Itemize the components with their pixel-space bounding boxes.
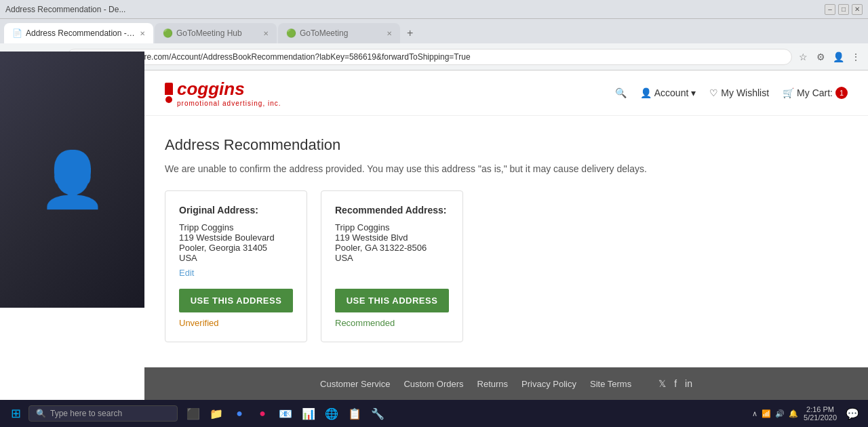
page-body: Address Recommendation We are unable to … (144, 116, 868, 363)
footer-social: 𝕏 f in (658, 378, 692, 389)
taskbar-search-box[interactable]: 🔍 Type here to search (28, 405, 178, 422)
wishlist-label: My Wishlist (721, 87, 769, 98)
cart-nav-item[interactable]: 🛒 My Cart: 1 (783, 87, 848, 99)
minimize-button[interactable]: – (825, 4, 835, 15)
icon-5[interactable]: ● (252, 403, 273, 424)
tab-title-1: Address Recommendation - De... (26, 28, 136, 38)
tab-gotomeeting[interactable]: 🟢 GoToMeeting ✕ (278, 23, 400, 43)
recommended-card-country: USA (335, 253, 449, 263)
recommended-card-street: 119 Westside Blvd (335, 232, 449, 243)
recommended-use-address-button[interactable]: USE THIS ADDRESS (335, 289, 449, 312)
chrome-icon[interactable]: ● (229, 403, 250, 424)
search-nav-item[interactable]: 🔍 (615, 87, 627, 98)
site-footer: Customer Service Custom Orders Returns P… (144, 367, 868, 400)
original-card-actions: USE THIS ADDRESS Unverified (179, 278, 293, 328)
tab-gotomeeting-hub[interactable]: 🟢 GoToMeeting Hub ✕ (155, 23, 277, 43)
tab-favicon-1: 📄 (12, 28, 22, 38)
original-address-card: Original Address: Tripp Coggins 119 West… (165, 190, 307, 342)
wishlist-icon: ♡ (709, 87, 718, 98)
cart-badge: 1 (835, 87, 848, 99)
logo-sub: promotional advertising, inc. (177, 100, 281, 107)
tab-close-2[interactable]: ✕ (263, 30, 269, 37)
taskbar-clock: 2:16 PM 5/21/2020 (804, 405, 837, 422)
site-header: coggins promotional advertising, inc. 🔍 … (144, 70, 868, 116)
cart-label: My Cart: (797, 87, 833, 98)
tab-title-3: GoToMeeting (300, 28, 382, 38)
page-title: Address Recommendation (165, 136, 848, 154)
close-button[interactable]: ✕ (852, 4, 863, 15)
linkedin-icon[interactable]: in (685, 378, 692, 389)
address-cards: Original Address: Tripp Coggins 119 West… (165, 190, 848, 342)
logo: coggins promotional advertising, inc. (165, 79, 281, 107)
twitter-icon[interactable]: 𝕏 (658, 378, 666, 389)
original-card-status: Unverified (179, 318, 293, 328)
tab-address-recommendation[interactable]: 📄 Address Recommendation - De... ✕ (4, 23, 153, 43)
account-dropdown-icon: ▾ (691, 87, 696, 98)
original-use-address-button[interactable]: USE THIS ADDRESS (179, 289, 293, 312)
footer-link-site-terms[interactable]: Site Terms (590, 379, 631, 389)
exclaim-dot (165, 96, 172, 103)
icon-7[interactable]: 📊 (298, 403, 319, 424)
original-card-label: Original Address: (179, 205, 293, 216)
page-description: We are unable to confirm the address pro… (165, 163, 848, 174)
wishlist-nav-item[interactable]: ♡ My Wishlist (709, 87, 769, 98)
maximize-button[interactable]: □ (838, 4, 849, 15)
start-button[interactable]: ⊞ (5, 403, 26, 424)
logo-text: coggins promotional advertising, inc. (177, 79, 281, 107)
extension-icon[interactable]: ⚙ (814, 50, 827, 64)
facebook-icon[interactable]: f (674, 378, 677, 389)
user-profile-icon[interactable]: 👤 (831, 50, 845, 64)
taskbar-search-placeholder: Type here to search (50, 409, 122, 418)
tray-chevron[interactable]: ∧ (752, 409, 757, 418)
system-tray: ∧ 📶 🔊 🔔 (752, 409, 798, 418)
tab-title-2: GoToMeeting Hub (176, 28, 259, 38)
icon-9[interactable]: 📋 (344, 403, 365, 424)
action-center-icon[interactable]: 💬 (842, 403, 863, 424)
footer-link-returns[interactable]: Returns (477, 379, 509, 389)
tray-network-icon[interactable]: 📶 (762, 409, 771, 418)
file-explorer-icon[interactable]: 📁 (206, 403, 226, 424)
icon-10[interactable]: 🔧 (368, 403, 388, 424)
address-text: staging.cogginsstore.com/Account/Address… (77, 52, 782, 62)
sidebar-video: 👤 (0, 52, 144, 308)
new-tab-button[interactable]: + (401, 27, 418, 39)
icon-8[interactable]: 🌐 (321, 403, 342, 424)
clock-time: 2:16 PM (804, 405, 837, 413)
windows-logo-icon: ⊞ (11, 406, 21, 421)
main-content: coggins promotional advertising, inc. 🔍 … (144, 70, 868, 405)
original-card-name: Tripp Coggins (179, 222, 293, 232)
tab-close-3[interactable]: ✕ (387, 30, 392, 37)
original-card-street: 119 Westside Boulevard (179, 232, 293, 243)
original-card-city: Pooler, Georgia 31405 (179, 243, 293, 253)
logo-name: coggins (177, 79, 281, 100)
recommended-card-actions: USE THIS ADDRESS Recommended (335, 278, 449, 328)
icon-6[interactable]: 📧 (275, 403, 296, 424)
taskbar-app-icons: ⬛ 📁 ● ● 📧 📊 🌐 📋 🔧 (183, 403, 388, 424)
footer-link-custom-orders[interactable]: Custom Orders (403, 379, 463, 389)
person-icon: 👤 (39, 148, 106, 211)
recommended-card-content: Recommended Address: Tripp Coggins 119 W… (335, 205, 449, 267)
tab-favicon-3: 🟢 (286, 28, 296, 38)
task-view-icon[interactable]: ⬛ (183, 403, 203, 424)
logo-exclamation (165, 83, 173, 103)
exclaim-top (165, 83, 173, 95)
recommended-card-name: Tripp Coggins (335, 222, 449, 232)
taskbar-right: ∧ 📶 🔊 🔔 2:16 PM 5/21/2020 💬 (752, 403, 863, 424)
taskbar-search-icon: 🔍 (36, 409, 46, 418)
account-nav-item[interactable]: 👤 Account ▾ (640, 87, 696, 98)
recommended-card-status: Recommended (335, 318, 449, 328)
footer-link-privacy-policy[interactable]: Privacy Policy (521, 379, 576, 389)
bookmark-icon[interactable]: ☆ (796, 50, 810, 64)
footer-link-customer-service[interactable]: Customer Service (320, 379, 390, 389)
tray-volume-icon[interactable]: 🔊 (775, 409, 785, 418)
address-bar[interactable]: staging.cogginsstore.com/Account/Address… (66, 49, 792, 65)
original-card-edit-link[interactable]: Edit (179, 268, 194, 278)
menu-icon[interactable]: ⋮ (849, 50, 863, 64)
tray-notification-icon[interactable]: 🔔 (789, 409, 798, 418)
window-title-bar: Address Recommendation - De... – □ ✕ (0, 0, 868, 19)
tab-close-1[interactable]: ✕ (140, 30, 145, 37)
window-controls[interactable]: – □ ✕ (825, 4, 863, 15)
cart-icon: 🛒 (783, 87, 794, 98)
account-icon: 👤 (640, 87, 652, 98)
original-card-country: USA (179, 253, 293, 263)
